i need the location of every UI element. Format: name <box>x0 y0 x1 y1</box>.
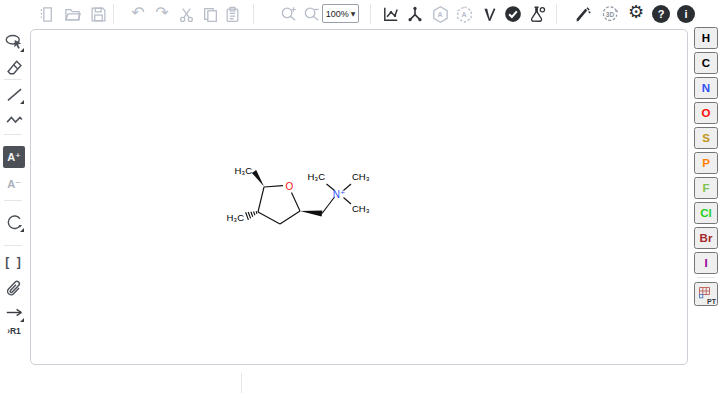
gear-icon: ⚙ <box>628 3 644 21</box>
paste-icon <box>224 6 241 23</box>
zoom-out-icon <box>303 5 321 23</box>
toolbar-divider <box>556 4 557 24</box>
rgroup-icon: ›R1 <box>7 326 21 336</box>
periodic-table-icon: PT <box>697 285 715 303</box>
periodic-table-button[interactable]: PT <box>694 282 718 306</box>
redo-icon: ↷ <box>155 5 168 21</box>
open-button[interactable] <box>62 4 82 24</box>
left-toolbar: A⁺ A⁻ [ ] <box>0 28 30 368</box>
3d-viewer-button[interactable]: 3D <box>600 4 620 24</box>
paperclip-icon <box>5 279 24 298</box>
element-button-c[interactable]: C <box>694 52 718 74</box>
charge-plus-icon: A⁺ <box>7 151 21 164</box>
element-button-o[interactable]: O <box>694 102 718 124</box>
rgroup-button[interactable]: ›R1 <box>2 323 26 339</box>
about-button[interactable]: i <box>676 4 696 24</box>
paste-button[interactable] <box>222 4 242 24</box>
sgroup-button[interactable]: [ ] <box>2 250 26 274</box>
zoom-out-button[interactable] <box>302 4 322 24</box>
open-folder-icon <box>64 6 81 23</box>
submenu-indicator <box>20 100 24 104</box>
recognize-button[interactable] <box>573 4 593 24</box>
element-button-n[interactable]: N <box>694 77 718 99</box>
new-document-icon <box>38 6 55 23</box>
chain-icon <box>5 110 24 129</box>
toolbar-divider <box>113 4 114 24</box>
zoom-level-dropdown[interactable]: 100% ▼ <box>322 4 359 23</box>
help-icon: ? <box>652 5 670 23</box>
rotate-tool-button[interactable] <box>2 210 26 234</box>
chevron-down-icon: ▼ <box>351 10 356 17</box>
copy-icon <box>202 6 219 23</box>
dearomatize-icon: A <box>455 5 474 24</box>
drawing-canvas[interactable] <box>30 29 688 365</box>
stereochemistry-button[interactable] <box>479 4 499 24</box>
charge-minus-button[interactable]: A⁻ <box>2 172 26 196</box>
select-lasso-button[interactable] <box>2 30 26 54</box>
element-button-h[interactable]: H <box>694 27 718 49</box>
single-bond-button[interactable] <box>2 82 26 106</box>
erase-button[interactable] <box>2 55 26 79</box>
flask-icon <box>528 5 546 23</box>
attach-point-button[interactable] <box>2 276 26 300</box>
submenu-indicator <box>20 48 24 52</box>
aromatize-icon: A <box>431 5 450 24</box>
top-toolbar: ↶ ↷ <box>0 0 720 28</box>
aromatize-button[interactable]: A <box>430 4 450 24</box>
pencil-icon <box>574 5 592 23</box>
toolbar-divider <box>253 4 254 24</box>
cut-button[interactable] <box>176 4 196 24</box>
check-icon <box>504 5 522 23</box>
submenu-indicator <box>20 228 24 232</box>
copy-button[interactable] <box>200 4 220 24</box>
element-button-cl[interactable]: Cl <box>694 202 718 224</box>
zoom-in-icon <box>280 5 298 23</box>
charge-plus-button[interactable]: A⁺ <box>3 146 25 168</box>
element-button-s[interactable]: S <box>694 127 718 149</box>
toolbar-divider <box>370 4 371 24</box>
clean-up-button[interactable] <box>405 4 425 24</box>
check-structure-button[interactable] <box>503 4 523 24</box>
new-document-button[interactable] <box>36 4 56 24</box>
bracket-icon: [ ] <box>5 255 22 269</box>
calculated-values-button[interactable] <box>527 4 547 24</box>
redo-button[interactable]: ↷ <box>152 3 172 23</box>
undo-button[interactable]: ↶ <box>128 3 148 23</box>
3d-viewer-icon: 3D <box>601 5 619 23</box>
element-button-f[interactable]: F <box>694 177 718 199</box>
zoom-level-value: 100% <box>326 9 349 19</box>
element-button-i[interactable]: I <box>694 252 718 274</box>
dearomatize-button[interactable]: A <box>454 4 474 24</box>
toolbar-divider <box>697 277 715 278</box>
toolbar-divider <box>4 200 22 201</box>
toolbar-divider <box>4 79 22 80</box>
charge-minus-icon: A⁻ <box>7 178 21 191</box>
toolbar-divider <box>4 245 22 246</box>
toolbar-divider <box>4 134 22 135</box>
toolbar-divider <box>241 373 242 393</box>
layout-button[interactable] <box>381 4 401 24</box>
layout-icon <box>382 5 400 23</box>
submenu-indicator <box>20 318 24 322</box>
eraser-icon <box>5 58 24 77</box>
help-button[interactable]: ? <box>651 4 671 24</box>
ketcher-editor: ↶ ↷ <box>0 0 720 400</box>
cut-icon <box>178 6 195 23</box>
stereo-wedge-icon <box>481 6 498 23</box>
zoom-in-button[interactable] <box>279 4 299 24</box>
element-button-p[interactable]: P <box>694 152 718 174</box>
undo-icon: ↶ <box>131 5 144 21</box>
template-toolbar <box>0 368 720 400</box>
element-button-br[interactable]: Br <box>694 227 718 249</box>
info-icon: i <box>677 5 695 23</box>
save-button[interactable] <box>88 4 108 24</box>
reaction-arrow-button[interactable] <box>2 300 26 324</box>
settings-button[interactable]: ⚙ <box>626 2 646 22</box>
chain-tool-button[interactable] <box>2 107 26 131</box>
clean-up-icon <box>406 5 424 23</box>
save-icon <box>90 6 107 23</box>
